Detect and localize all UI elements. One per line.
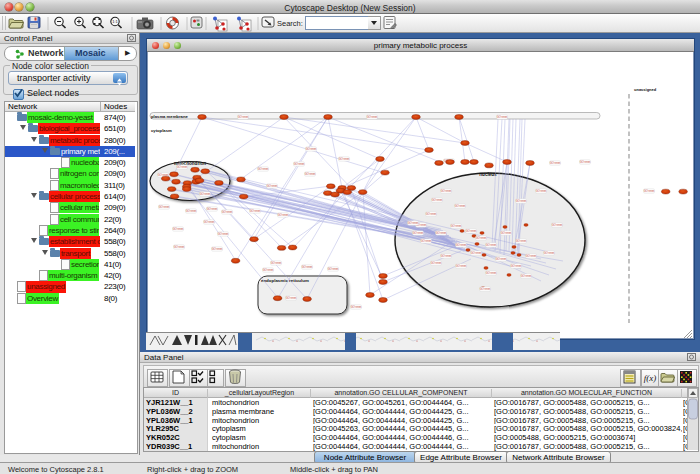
- svg-text:GO:nnnn: GO:nnnn: [511, 264, 522, 268]
- svg-text:GO:nnnn: GO:nnnn: [441, 254, 452, 258]
- svg-text:GO:nnnn: GO:nnnn: [552, 223, 563, 227]
- svg-text:GO:nnnn: GO:nnnn: [436, 231, 447, 235]
- svg-text:GO:nnnn: GO:nnnn: [286, 296, 297, 300]
- svg-text:GO:nnnn: GO:nnnn: [544, 251, 555, 255]
- svg-text:GO:nnnn: GO:nnnn: [456, 264, 467, 268]
- svg-text:GO:nnnn: GO:nnnn: [222, 210, 233, 214]
- svg-text:GO:nnnn: GO:nnnn: [480, 287, 491, 291]
- svg-text:GO:nnnn: GO:nnnn: [441, 189, 452, 193]
- svg-text:GO:nnnn: GO:nnnn: [536, 189, 547, 193]
- svg-text:GO:nnnn: GO:nnnn: [258, 167, 269, 171]
- svg-text:GO:nnnn: GO:nnnn: [516, 239, 527, 243]
- svg-text:GO:nnnn: GO:nnnn: [200, 192, 211, 196]
- svg-text:GO:nnnn: GO:nnnn: [466, 229, 477, 233]
- svg-text:GO:nnnn: GO:nnnn: [278, 213, 289, 217]
- svg-text:GO:nnnn: GO:nnnn: [521, 274, 532, 278]
- svg-text:GO:nnnn: GO:nnnn: [426, 212, 437, 216]
- svg-text:GO:nnnn: GO:nnnn: [174, 245, 185, 249]
- svg-text:GO:nnnn: GO:nnnn: [580, 160, 591, 164]
- svg-text:GO:nnnn: GO:nnnn: [367, 115, 378, 119]
- svg-text:GO:nnnn: GO:nnnn: [173, 227, 184, 231]
- svg-text:GO:nnnn: GO:nnnn: [207, 207, 218, 211]
- svg-text:GO:nnnn: GO:nnnn: [476, 236, 487, 240]
- svg-text:GO:nnnn: GO:nnnn: [550, 161, 561, 165]
- svg-text:GO:nnnn: GO:nnnn: [186, 209, 197, 213]
- svg-text:GO:nnnn: GO:nnnn: [408, 221, 419, 225]
- svg-text:nucleus: nucleus: [479, 172, 497, 177]
- svg-text:GO:nnnn: GO:nnnn: [204, 220, 215, 224]
- svg-text:GO:nnnn: GO:nnnn: [486, 243, 497, 247]
- svg-text:GO:nnnn: GO:nnnn: [456, 243, 467, 247]
- svg-text:GO:nnnn: GO:nnnn: [413, 231, 424, 235]
- svg-text:GO:nnnn: GO:nnnn: [421, 239, 432, 243]
- svg-text:GO:nnnn: GO:nnnn: [351, 305, 362, 309]
- svg-text:GO:nnnn: GO:nnnn: [159, 205, 170, 209]
- svg-text:plasma membrane: plasma membrane: [151, 114, 188, 119]
- svg-text:GO:nnnn: GO:nnnn: [644, 189, 655, 193]
- svg-text:GO:nnnn: GO:nnnn: [218, 232, 229, 236]
- svg-text:GO:nnnn: GO:nnnn: [451, 224, 462, 228]
- svg-text:endoplasmic reticulum: endoplasmic reticulum: [261, 278, 309, 283]
- svg-text:GO:nnnn: GO:nnnn: [526, 254, 537, 258]
- svg-text:GO:nnnn: GO:nnnn: [516, 199, 527, 203]
- svg-text:unassigned: unassigned: [634, 87, 657, 92]
- svg-text:GO:nnnn: GO:nnnn: [486, 271, 497, 275]
- svg-text:GO:nnnn: GO:nnnn: [501, 231, 512, 235]
- svg-text:GO:nnnn: GO:nnnn: [177, 165, 188, 169]
- svg-text:cytoplasm: cytoplasm: [151, 128, 172, 133]
- svg-text:GO:nnnn: GO:nnnn: [339, 157, 350, 161]
- svg-text:GO:nnnn: GO:nnnn: [496, 257, 507, 261]
- svg-text:GO:nnnn: GO:nnnn: [497, 115, 508, 119]
- svg-text:f(x): f(x): [644, 373, 657, 383]
- svg-text:GO:nnnn: GO:nnnn: [432, 198, 443, 202]
- svg-text:GO:nnnn: GO:nnnn: [294, 162, 305, 166]
- svg-text:1:1: 1:1: [112, 19, 118, 24]
- svg-text:GO:nnnn: GO:nnnn: [267, 184, 278, 188]
- svg-text:GO:nnnn: GO:nnnn: [306, 147, 317, 151]
- svg-text:GO:nnnn: GO:nnnn: [212, 247, 223, 251]
- svg-text:GO:nnnn: GO:nnnn: [302, 265, 313, 269]
- svg-text:GO:nnnn: GO:nnnn: [431, 261, 442, 265]
- svg-text:GO:nnnn: GO:nnnn: [238, 115, 249, 119]
- svg-text:GO:nnnn: GO:nnnn: [471, 251, 482, 255]
- svg-text:GO:nnnn: GO:nnnn: [305, 172, 316, 176]
- svg-text:GO:nnnn: GO:nnnn: [455, 204, 466, 208]
- svg-text:GO:nnnn: GO:nnnn: [250, 209, 261, 213]
- svg-text:GO:nnnn: GO:nnnn: [263, 268, 274, 272]
- svg-text:GO:nnnn: GO:nnnn: [328, 267, 339, 271]
- svg-text:GO:nnnn: GO:nnnn: [271, 261, 282, 265]
